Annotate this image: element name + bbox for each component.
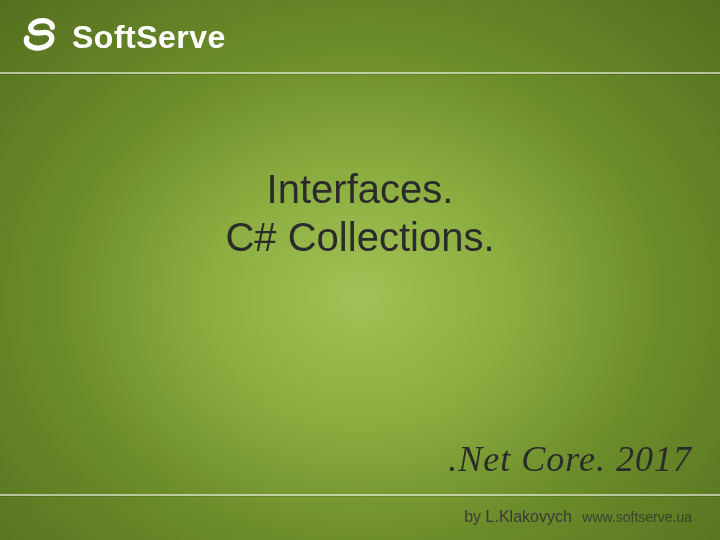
title-line-2: C# Collections. [0,213,720,261]
author: by L.Klakovych [464,508,572,525]
title-line-1: Interfaces. [0,165,720,213]
slide: SoftServe Interfaces. C# Collections. .N… [0,0,720,540]
byline: by L.Klakovych www.softserve.ua [464,508,692,526]
softserve-logo-icon [18,15,62,59]
divider-top [0,72,720,74]
divider-bottom [0,494,720,496]
header: SoftServe [0,0,720,74]
site-url: www.softserve.ua [582,509,692,525]
brand-name: SoftServe [72,19,226,56]
subtitle: .Net Core. 2017 [448,438,692,480]
title-block: Interfaces. C# Collections. [0,165,720,261]
